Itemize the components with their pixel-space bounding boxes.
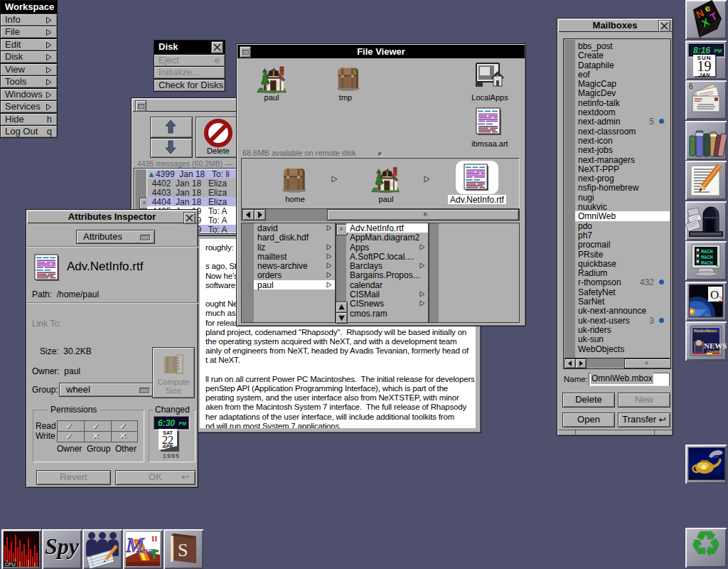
svg-text:esa: esa: [141, 546, 153, 555]
svg-text:S: S: [178, 540, 188, 560]
svg-text:MACH: MACH: [701, 255, 713, 260]
svg-text:RadioNews: RadioNews: [694, 329, 717, 333]
svg-text:II: II: [151, 534, 158, 543]
svg-text:MACH: MACH: [701, 249, 713, 255]
svg-text:APR: APR: [162, 444, 173, 449]
svg-text:O: O: [710, 288, 719, 302]
svg-text:MACH: MACH: [701, 260, 713, 266]
svg-text:2: 2: [719, 294, 723, 303]
